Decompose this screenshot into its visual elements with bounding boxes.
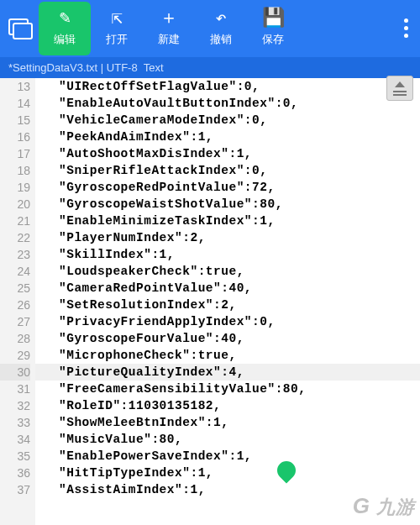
- code-line[interactable]: "PeekAndAimIndex":1,: [35, 129, 420, 145]
- line-number: 33: [0, 414, 30, 431]
- line-number: 36: [0, 465, 30, 481]
- status-filename: *SettingDataV3.txt: [8, 61, 97, 74]
- plus-icon: ＋: [160, 10, 178, 29]
- line-number: 24: [0, 263, 30, 280]
- editor[interactable]: 1314151617181920212223242526272829303132…: [0, 78, 420, 525]
- open-button[interactable]: ⇱ 打开: [91, 2, 143, 55]
- line-number: 28: [0, 330, 30, 347]
- overflow-menu-icon[interactable]: [404, 18, 408, 38]
- line-number: 29: [0, 347, 30, 364]
- code-line[interactable]: "UIRectOffSetFlagValue":0,: [35, 78, 420, 95]
- code-line[interactable]: "RoleID":11030135182,: [35, 397, 420, 414]
- line-number: 17: [0, 145, 30, 162]
- line-number: 35: [0, 448, 30, 465]
- code-line[interactable]: "EnableAutoVaultButtonIndex":0,: [35, 95, 420, 112]
- pencil-icon: ✎: [59, 10, 70, 29]
- code-line[interactable]: "MicrophoneCheck":true,: [35, 347, 420, 364]
- save-label: 保存: [262, 32, 284, 47]
- line-number: 25: [0, 280, 30, 297]
- line-number: 20: [0, 196, 30, 213]
- line-number: 21: [0, 213, 30, 229]
- new-label: 新建: [158, 32, 180, 47]
- code-line[interactable]: "FreeCameraSensibilityValue":80,: [35, 381, 420, 397]
- save-icon: 💾: [262, 10, 285, 29]
- toolbar: ✎ 编辑 ⇱ 打开 ＋ 新建 ↶ 撤销 💾 保存: [0, 0, 420, 57]
- code-line[interactable]: "EnableMinimizeTaskIndex":1,: [35, 213, 420, 229]
- code-line[interactable]: "MusicValue":80,: [35, 431, 420, 448]
- line-number: 34: [0, 431, 30, 448]
- new-button[interactable]: ＋ 新建: [143, 2, 195, 55]
- chevron-up-icon: [395, 81, 405, 87]
- line-number: 32: [0, 397, 30, 414]
- code-line[interactable]: "GyroscopeFourValue":40,: [35, 330, 420, 347]
- code-line[interactable]: "LoudspeakerCheck":true,: [35, 263, 420, 280]
- code-line[interactable]: "GyroscopeWaistShotValue":80,: [35, 196, 420, 213]
- undo-icon: ↶: [215, 10, 226, 29]
- status-mode: Text: [144, 61, 164, 74]
- scroll-up-button[interactable]: [386, 76, 413, 101]
- status-encoding: UTF-8: [107, 61, 138, 74]
- code-line[interactable]: "GyroscopeRedPointValue":72,: [35, 179, 420, 196]
- code-line[interactable]: "VehicleCameraModeIndex":0,: [35, 112, 420, 129]
- code-area[interactable]: "UIRectOffSetFlagValue":0,"EnableAutoVau…: [35, 78, 420, 498]
- code-line[interactable]: "HitTipTypeIndex":1,: [35, 465, 420, 481]
- line-number: 15: [0, 112, 30, 129]
- open-label: 打开: [106, 32, 128, 47]
- code-line[interactable]: "CameraRedPointValue":40,: [35, 280, 420, 297]
- line-gutter: 1314151617181920212223242526272829303132…: [0, 78, 35, 525]
- line-number: 22: [0, 229, 30, 246]
- code-line[interactable]: "PlayerNumIndex":2,: [35, 229, 420, 246]
- line-number: 37: [0, 481, 30, 498]
- line-number: 18: [0, 162, 30, 179]
- line-number: 19: [0, 179, 30, 196]
- tabs-icon[interactable]: [8, 18, 32, 39]
- undo-button[interactable]: ↶ 撤销: [195, 2, 247, 55]
- line-number: 16: [0, 129, 30, 145]
- save-button[interactable]: 💾 保存: [247, 2, 299, 55]
- code-line[interactable]: "SkillIndex":1,: [35, 246, 420, 263]
- line-number: 14: [0, 95, 30, 112]
- line-number: 13: [0, 78, 30, 95]
- code-line[interactable]: "SetResolutionIndex":2,: [35, 297, 420, 313]
- code-line[interactable]: "SniperRifleAttackIndex":0,: [35, 162, 420, 179]
- edit-label: 编辑: [54, 32, 76, 47]
- line-number: 27: [0, 313, 30, 330]
- undo-label: 撤销: [210, 32, 232, 47]
- code-line[interactable]: "PictureQualityIndex":4,: [35, 364, 420, 381]
- line-number: 31: [0, 381, 30, 397]
- line-number: 23: [0, 246, 30, 263]
- line-number: 26: [0, 297, 30, 313]
- watermark: G 九游: [353, 493, 415, 520]
- status-bar[interactable]: *SettingDataV3.txt | UTF-8 Text: [0, 57, 420, 78]
- open-icon: ⇱: [111, 10, 122, 29]
- code-line[interactable]: "EnablePowerSaveIndex":1,: [35, 448, 420, 465]
- line-number: 30: [0, 364, 30, 381]
- code-line[interactable]: "PrivacyFriendApplyIndex":0,: [35, 313, 420, 330]
- code-line[interactable]: "ShowMeleeBtnIndex":1,: [35, 414, 420, 431]
- edit-button[interactable]: ✎ 编辑: [39, 2, 91, 55]
- code-line[interactable]: "AutoShootMaxDisIndex":1,: [35, 145, 420, 162]
